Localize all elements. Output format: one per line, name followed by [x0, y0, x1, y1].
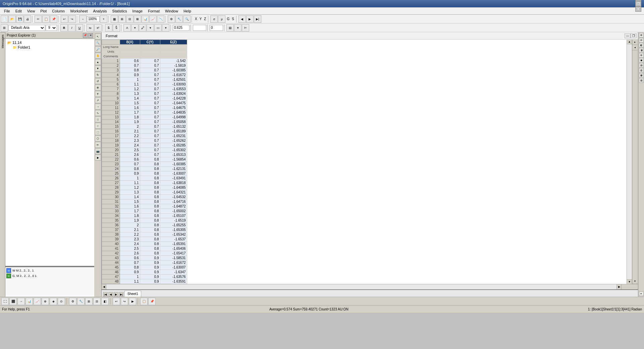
- cell-c[interactable]: 0.7: [140, 120, 160, 124]
- rp-btn-9[interactable]: ▦: [639, 73, 644, 78]
- cell-b[interactable]: 2.2: [120, 232, 140, 237]
- bg-color-dropdown[interactable]: ▾: [147, 24, 154, 32]
- tb-icon-10[interactable]: 🔍: [183, 15, 191, 23]
- cell-b[interactable]: 1.4: [120, 96, 140, 101]
- tool-up[interactable]: ▲: [95, 59, 101, 65]
- row-number[interactable]: 34: [102, 214, 120, 218]
- cell-c[interactable]: 0.7: [140, 92, 160, 96]
- subscript-button[interactable]: x₂: [87, 24, 94, 32]
- tb-print[interactable]: 🖨: [24, 15, 31, 23]
- cell-c[interactable]: 0.7: [140, 124, 160, 129]
- cell-e[interactable]: -1.64835: [160, 110, 187, 115]
- tool-zoom-in[interactable]: 🔍: [95, 40, 101, 46]
- row-number[interactable]: 46: [102, 270, 120, 275]
- row-number[interactable]: 42: [102, 251, 120, 256]
- cell-b[interactable]: 2.4: [120, 242, 140, 246]
- cell-e[interactable]: -1.64321: [160, 190, 187, 195]
- menu-help[interactable]: Help: [181, 7, 194, 15]
- row-number[interactable]: 2: [102, 63, 120, 68]
- cell-b[interactable]: 2.1: [120, 129, 140, 134]
- cell-b[interactable]: 1.6: [120, 204, 140, 209]
- cell-c[interactable]: 0.8: [140, 237, 160, 242]
- inner-restore[interactable]: ❐: [631, 34, 637, 38]
- bg-color-button[interactable]: 🖍: [139, 24, 146, 32]
- overline-button[interactable]: S̄: [113, 24, 120, 32]
- row-number[interactable]: 32: [102, 204, 120, 209]
- tool-freehand[interactable]: ✏: [95, 142, 101, 148]
- cell-e[interactable]: -1.65231: [160, 134, 187, 138]
- cell-e[interactable]: -1.63576: [160, 275, 187, 279]
- cell-c[interactable]: 0.9: [140, 265, 160, 270]
- cell-c[interactable]: 0.8: [140, 242, 160, 246]
- font-name-select[interactable]: Default: Aria: [8, 25, 45, 31]
- far-right-btn-1[interactable]: ▸: [632, 40, 638, 45]
- cell-e[interactable]: -1.65313: [160, 153, 187, 157]
- tool-pan[interactable]: ✋: [95, 53, 101, 59]
- cell-b[interactable]: 0.6: [120, 157, 140, 162]
- cell-c[interactable]: 0.7: [140, 63, 160, 68]
- cell-c[interactable]: 0.9: [140, 279, 160, 284]
- bt-btn-17[interactable]: 📋: [140, 298, 148, 305]
- cell-b[interactable]: 0.6: [120, 256, 140, 260]
- cell-c[interactable]: 0.8: [140, 218, 160, 223]
- align-left[interactable]: ⊨: [242, 24, 249, 32]
- font-color-button[interactable]: A: [123, 24, 131, 32]
- cell-e[interactable]: -1.63553: [160, 87, 187, 92]
- cell-c[interactable]: 0.7: [140, 82, 160, 87]
- menu-file[interactable]: File: [1, 7, 13, 15]
- cell-e[interactable]: -1.65417: [160, 251, 187, 256]
- cell-e[interactable]: -1.64872: [160, 204, 187, 209]
- cell-b[interactable]: 2.2: [120, 134, 140, 138]
- cell-c[interactable]: 0.8: [140, 199, 160, 204]
- tool-rotate-cw[interactable]: ↻: [95, 72, 101, 78]
- cell-e[interactable]: -1.6347: [160, 270, 187, 275]
- row-number[interactable]: 24: [102, 167, 120, 171]
- pattern-dropdown[interactable]: ▾: [234, 24, 241, 32]
- far-right-btn-2[interactable]: ◂: [632, 45, 638, 50]
- row-number[interactable]: 1: [102, 59, 120, 63]
- grid-main[interactable]: B(X) C(Y) E(Z) Long Name Units: [102, 40, 627, 284]
- tool-text[interactable]: T: [95, 91, 101, 97]
- rp-btn-1[interactable]: ⊞: [639, 33, 644, 38]
- cell-e[interactable]: -1.65002: [160, 209, 187, 214]
- restore-button[interactable]: ❐: [635, 1, 641, 6]
- row-number[interactable]: 16: [102, 129, 120, 134]
- row-number[interactable]: 11: [102, 106, 120, 110]
- row-number[interactable]: 14: [102, 120, 120, 124]
- cell-c[interactable]: 0.8: [140, 167, 160, 171]
- cell-b[interactable]: 1.1: [120, 82, 140, 87]
- cell-b[interactable]: 0.9: [120, 73, 140, 77]
- underline-button[interactable]: U: [76, 24, 83, 32]
- comments-e[interactable]: [160, 54, 187, 59]
- tb-copy[interactable]: 📋: [42, 15, 50, 23]
- scroll-track[interactable]: [627, 44, 632, 279]
- italic-button[interactable]: I: [68, 24, 75, 32]
- row-number[interactable]: 30: [102, 195, 120, 199]
- row-number[interactable]: 41: [102, 246, 120, 251]
- cell-c[interactable]: 0.8: [140, 232, 160, 237]
- cell-b[interactable]: 0.7: [120, 63, 140, 68]
- bt-btn-14[interactable]: ↩: [113, 298, 120, 305]
- scroll-right-button[interactable]: ▶: [616, 284, 621, 290]
- tool-down[interactable]: ▼: [95, 65, 101, 71]
- tb-stats-2[interactable]: μ: [218, 15, 225, 23]
- cell-b[interactable]: 1: [120, 275, 140, 279]
- cell-e[interactable]: -1.6519: [160, 218, 187, 223]
- row-number[interactable]: 43: [102, 256, 120, 260]
- scroll-down-button[interactable]: ▼: [627, 279, 632, 284]
- units-c[interactable]: [140, 49, 160, 54]
- pattern-button[interactable]: ▤: [226, 24, 234, 32]
- cell-c[interactable]: 0.7: [140, 59, 160, 63]
- tool-rect[interactable]: □: [95, 116, 101, 122]
- cell-b[interactable]: 2.5: [120, 148, 140, 153]
- row-number[interactable]: 8: [102, 92, 120, 96]
- cell-e[interactable]: -1.63007: [160, 265, 187, 270]
- col-e-header[interactable]: E(Z): [160, 40, 187, 45]
- row-number[interactable]: 28: [102, 185, 120, 190]
- row-number[interactable]: 12: [102, 110, 120, 115]
- cell-b[interactable]: 1.8: [120, 115, 140, 120]
- cell-e[interactable]: -1.65406: [160, 246, 187, 251]
- cell-e[interactable]: -1.5819: [160, 63, 187, 68]
- strikethrough-button[interactable]: S̶: [105, 24, 112, 32]
- menu-edit[interactable]: Edit: [13, 7, 24, 15]
